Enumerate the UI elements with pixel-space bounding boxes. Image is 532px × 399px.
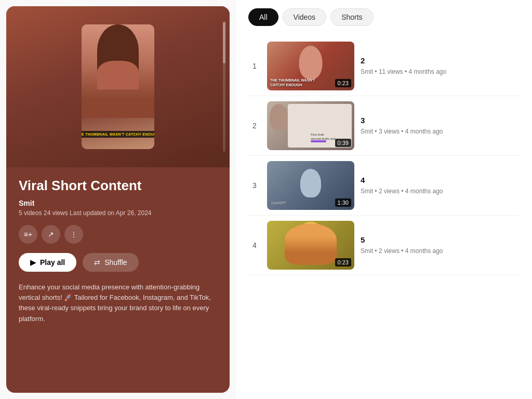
item-info: 5 Smit • 2 views • 4 months ago — [361, 235, 520, 256]
item-thumbnail: THE THUMBNAIL WASN'TCATCHY ENOUGH 0:23 — [267, 42, 354, 90]
list-item[interactable]: 2 First draftsecond drafts and 0:39 3 Sm… — [248, 96, 520, 156]
item-time: 4 months ago — [405, 247, 443, 255]
separator2: • — [401, 247, 405, 255]
item-position: 3 — [248, 181, 261, 190]
item-meta: Smit • 2 views • 4 months ago — [361, 247, 520, 256]
item-title: 2 — [361, 56, 520, 65]
channel-name[interactable]: Smit — [19, 199, 217, 207]
thumb-person — [285, 223, 337, 265]
thumb-highlight — [311, 140, 326, 142]
tab-videos[interactable]: Videos — [283, 8, 327, 26]
playlist-title: Viral Short Content — [19, 178, 217, 194]
item-views: 11 views — [379, 68, 403, 75]
separator2: • — [401, 188, 405, 195]
item-title: 3 — [361, 116, 520, 125]
item-channel: Smit — [361, 188, 373, 195]
item-views: 3 views — [379, 128, 400, 135]
item-position: 1 — [248, 62, 261, 70]
more-icon: ⋮ — [70, 230, 77, 238]
item-time: 4 months ago — [408, 68, 446, 75]
item-time: 4 months ago — [405, 188, 443, 195]
play-icon: ▶ — [30, 258, 36, 267]
duration-badge: 0:23 — [335, 258, 351, 267]
item-thumbnail: chatGPT 1:30 — [267, 161, 354, 210]
list-item[interactable]: 4 0:23 5 Smit • 2 views • 4 months ago — [248, 216, 520, 275]
duration-badge: 0:39 — [335, 139, 351, 147]
item-views: 2 views — [379, 247, 400, 255]
playlist-meta: 5 videos 24 views Last updated on Apr 26… — [19, 209, 217, 217]
hero-face-image — [82, 24, 154, 118]
separator: • — [375, 188, 379, 195]
thumb-face — [270, 104, 288, 130]
separator: • — [375, 128, 379, 135]
thumbnail-overlay-text: THE THUMBNAIL WASN'T CATCHY ENOUGH — [82, 131, 154, 138]
scrollbar[interactable] — [223, 22, 225, 152]
video-list: 1 THE THUMBNAIL WASN'TCATCHY ENOUGH 0:23… — [248, 36, 520, 275]
play-all-button[interactable]: ▶ Play all — [19, 253, 76, 272]
item-info: 3 Smit • 3 views • 4 months ago — [361, 116, 520, 136]
tab-all[interactable]: All — [248, 8, 278, 26]
add-to-playlist-button[interactable]: ≡+ — [19, 225, 37, 244]
item-position: 2 — [248, 122, 261, 130]
list-item[interactable]: 3 chatGPT 1:30 4 Smit • 2 views • 4 mont… — [248, 156, 520, 216]
left-panel: THE THUMBNAIL WASN'T CATCHY ENOUGH Viral… — [6, 6, 230, 393]
item-channel: Smit — [361, 247, 373, 255]
shuffle-button[interactable]: ⇄ Shuffle — [83, 253, 138, 272]
tab-shorts[interactable]: Shorts — [330, 8, 373, 26]
separator: • — [375, 247, 379, 255]
play-buttons-row: ▶ Play all ⇄ Shuffle — [19, 253, 217, 272]
more-options-button[interactable]: ⋮ — [64, 225, 83, 244]
playlist-description: Enhance your social media presence with … — [19, 282, 217, 324]
share-icon: ↗ — [48, 230, 54, 238]
item-thumbnail: 0:23 — [267, 221, 354, 270]
item-info: 2 Smit • 11 views • 4 months ago — [361, 56, 520, 76]
thumb-logo: chatGPT — [271, 201, 286, 205]
add-list-icon: ≡+ — [24, 230, 32, 238]
item-meta: Smit • 2 views • 4 months ago — [361, 187, 520, 196]
item-title: 5 — [361, 235, 520, 244]
list-item[interactable]: 1 THE THUMBNAIL WASN'TCATCHY ENOUGH 0:23… — [248, 36, 520, 96]
item-channel: Smit — [361, 128, 373, 135]
share-button[interactable]: ↗ — [42, 225, 60, 244]
item-thumbnail: First draftsecond drafts and 0:39 — [267, 101, 354, 150]
scrollbar-thumb[interactable] — [223, 22, 225, 63]
thumb-face — [299, 46, 323, 79]
action-icons-row: ≡+ ↗ ⋮ — [19, 225, 217, 244]
item-position: 4 — [248, 241, 261, 249]
item-channel: Smit — [361, 68, 373, 75]
separator: • — [375, 68, 379, 75]
filter-tabs: All Videos Shorts — [248, 8, 520, 26]
left-content: Viral Short Content Smit 5 videos 24 vie… — [6, 167, 230, 393]
duration-badge: 0:23 — [335, 79, 351, 87]
hero-thumbnail: THE THUMBNAIL WASN'T CATCHY ENOUGH — [6, 6, 230, 167]
thumb-face — [300, 169, 321, 197]
hero-video-frame: THE THUMBNAIL WASN'T CATCHY ENOUGH — [82, 24, 154, 149]
item-meta: Smit • 3 views • 4 months ago — [361, 127, 520, 136]
right-panel: All Videos Shorts 1 THE THUMBNAIL WASN'T… — [236, 0, 532, 399]
hero-hair — [97, 24, 139, 76]
shuffle-icon: ⇄ — [94, 258, 100, 267]
item-time: 4 months ago — [405, 128, 443, 135]
item-title: 4 — [361, 176, 520, 184]
duration-badge: 1:30 — [335, 198, 351, 207]
item-info: 4 Smit • 2 views • 4 months ago — [361, 176, 520, 196]
item-meta: Smit • 11 views • 4 months ago — [361, 68, 520, 76]
item-views: 2 views — [379, 188, 400, 195]
play-all-label: Play all — [40, 258, 65, 267]
shuffle-label: Shuffle — [104, 258, 127, 267]
separator2: • — [401, 128, 405, 135]
